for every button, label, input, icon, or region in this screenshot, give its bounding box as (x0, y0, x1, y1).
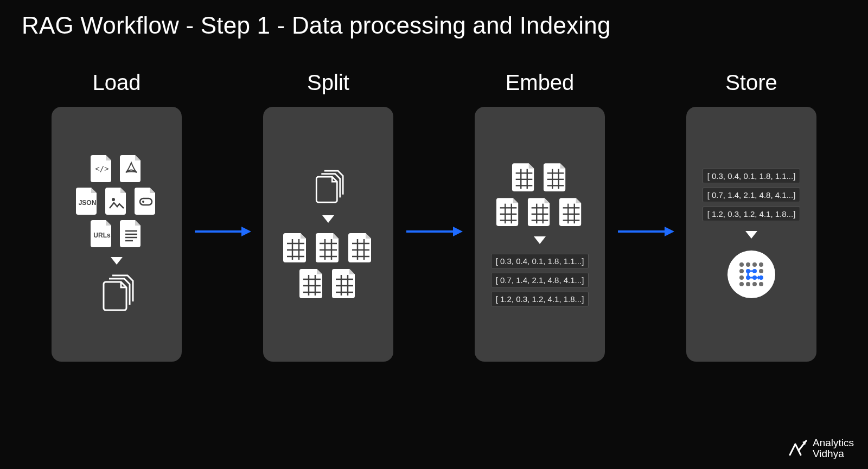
stage-embed-card: [ 0.3, 0.4, 0.1, 1.8, 1.1...] [ 0.7, 1.4… (475, 107, 605, 362)
svg-point-75 (739, 275, 744, 280)
chunk-file-icon (496, 197, 521, 227)
load-file-types-cluster: </> JSON (76, 155, 157, 247)
file-urls-icon: URLs (91, 220, 113, 247)
arrow-load-to-split (193, 104, 252, 359)
svg-point-69 (752, 262, 757, 267)
chunk-file-icon (348, 233, 374, 263)
vector-row: [ 0.7, 1.4, 2.1, 4.8, 4.1...] (703, 188, 801, 202)
svg-point-80 (746, 282, 750, 286)
stage-load-label: Load (93, 70, 141, 95)
analytics-vidhya-mark-icon (788, 438, 809, 459)
stage-split-label: Split (307, 70, 349, 95)
stage-load-card: </> JSON (52, 107, 182, 362)
brand-line2: Vidhya (813, 448, 854, 459)
chunk-file-icon (315, 233, 341, 263)
arrow-embed-to-store (616, 104, 675, 359)
chevron-down-icon (534, 236, 546, 244)
chunk-file-icon (283, 233, 309, 263)
vector-db-icon (725, 248, 777, 300)
vector-row: [ 1.2, 0.3, 1.2, 4.1, 1.8...] (491, 292, 589, 306)
file-code-icon: </> (91, 155, 113, 182)
vector-row: [ 1.2, 0.3, 1.2, 4.1, 1.8...] (703, 207, 801, 221)
stage-split: Split (252, 70, 404, 362)
arrow-right-icon (616, 223, 675, 240)
svg-point-71 (739, 269, 744, 273)
svg-marker-65 (665, 227, 674, 236)
file-pdf-icon (120, 155, 143, 182)
svg-point-82 (759, 282, 763, 286)
svg-marker-11 (241, 227, 251, 236)
svg-point-67 (739, 262, 744, 267)
svg-text:</>: </> (95, 164, 108, 173)
file-image-icon (105, 188, 128, 215)
file-text-icon (120, 220, 143, 247)
chunk-file-icon (512, 163, 537, 192)
arrow-right-icon (193, 223, 252, 240)
analytics-vidhya-logo: Analytics Vidhya (788, 438, 854, 459)
svg-point-66 (727, 250, 775, 298)
file-db-icon (135, 188, 157, 215)
svg-point-79 (739, 282, 744, 286)
stage-load: Load </> JSON (41, 70, 193, 362)
file-json-icon: JSON (76, 188, 99, 215)
stage-store: Store [ 0.3, 0.4, 0.1, 1.8, 1.1...] [ 0.… (675, 70, 827, 362)
split-chunks-cluster (283, 233, 374, 299)
svg-point-74 (759, 269, 763, 273)
store-vectors-list: [ 0.3, 0.4, 0.1, 1.8, 1.1...] [ 0.7, 1.4… (703, 169, 801, 221)
chunk-file-icon (559, 197, 584, 227)
stage-store-card: [ 0.3, 0.4, 0.1, 1.8, 1.1...] [ 0.7, 1.4… (686, 107, 816, 362)
svg-point-70 (759, 262, 763, 267)
chevron-down-icon (322, 215, 334, 223)
chunk-file-icon (543, 163, 568, 192)
svg-point-68 (746, 262, 750, 267)
svg-point-81 (752, 282, 757, 286)
chunk-file-icon (527, 197, 552, 227)
svg-text:JSON: JSON (79, 199, 97, 207)
documents-stack-icon (312, 170, 344, 205)
svg-text:URLs: URLs (93, 232, 111, 239)
svg-point-2 (112, 198, 115, 201)
stage-embed: Embed (464, 70, 616, 362)
brand-line1: Analytics (813, 438, 854, 448)
documents-stack-icon (99, 274, 134, 313)
chunk-file-icon (299, 268, 325, 299)
arrow-right-icon (404, 223, 464, 240)
stages-row: Load </> JSON (0, 70, 868, 362)
page-title: RAG Workflow - Step 1 - Data processing … (22, 12, 611, 39)
chunk-file-icon (331, 268, 358, 299)
stage-split-card (263, 107, 393, 362)
stage-embed-label: Embed (506, 70, 575, 95)
stage-store-label: Store (725, 70, 777, 95)
vector-row: [ 0.3, 0.4, 0.1, 1.8, 1.1...] (703, 169, 801, 183)
vector-row: [ 0.3, 0.4, 0.1, 1.8, 1.1...] (491, 254, 589, 268)
svg-marker-38 (453, 227, 463, 236)
diagram-canvas: RAG Workflow - Step 1 - Data processing … (0, 0, 868, 469)
chevron-down-icon (745, 231, 757, 239)
vector-row: [ 0.7, 1.4, 2.1, 4.8, 4.1...] (491, 273, 589, 287)
chevron-down-icon (111, 257, 123, 265)
arrow-split-to-embed (404, 104, 464, 359)
embed-vectors-list: [ 0.3, 0.4, 0.1, 1.8, 1.1...] [ 0.7, 1.4… (491, 254, 589, 306)
svg-point-4 (142, 201, 144, 203)
embed-chunks-cluster (496, 163, 584, 227)
